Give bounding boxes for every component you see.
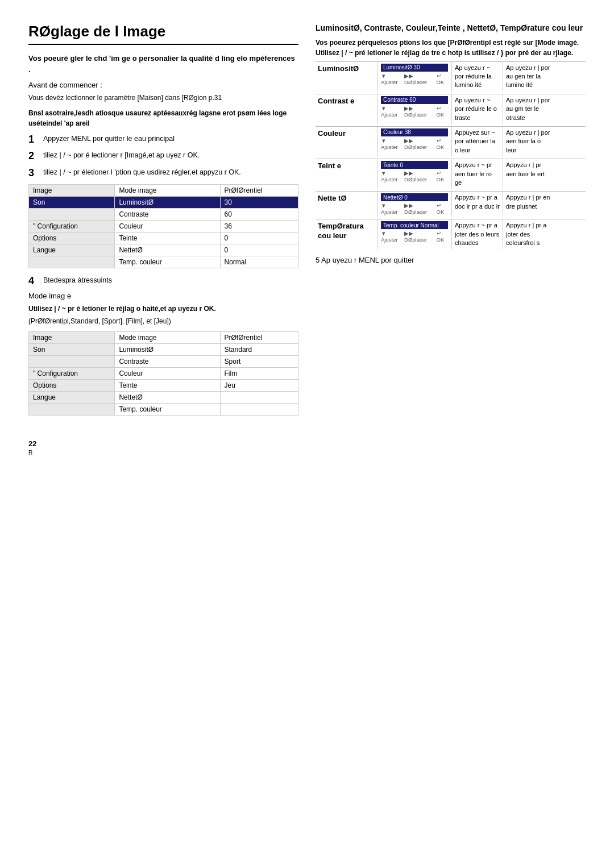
before-start: Avant de commencer :: [28, 81, 298, 89]
setting-desc-left-3: Appyzu r ~ pr aen tuer le ro ge: [452, 159, 503, 189]
setting-desc-left-2: Appuyez sur ~ por atténuer la o leur: [452, 127, 503, 156]
setting-slider-4: NettetØ 0▼ Ajuster▶▶ DØplacer↵ OK: [378, 192, 452, 217]
step4-section: 4 Btedespra àtressuints Mode imag e Util…: [28, 275, 298, 327]
setting-desc-right-0: Ap uyezu r | por au gen ter la lumino it…: [503, 62, 554, 92]
body2: Bnsl asotraire,lesdh atiosque usaurez ap…: [28, 108, 298, 129]
body1: Vous devéz lectionner le paramètre [Mais…: [28, 93, 298, 103]
main-content: RØglage de l Image Vos poeuré gler le ch…: [28, 23, 586, 422]
setting-desc-right-3: Appyzu r | pr aen tuer le ert: [503, 159, 554, 189]
bold-instruction: Utilisez | / ~ pr é letioner le réjlag o…: [28, 304, 298, 314]
setting-desc-left-1: Ap uyezu r ~ por réduire le o traste: [452, 94, 503, 124]
step2: 2 tiliez | / ~ por é lectioner r [Imagé,…: [28, 150, 298, 163]
setting-block-3: Teint eTeinte 0▼ Ajuster▶▶ DØplacer↵ OKA…: [316, 159, 586, 189]
setting-name-1: Contrast e: [316, 94, 378, 124]
setting-desc-left-0: Ap uyezu r ~ por réduire la lumino ité: [452, 62, 503, 92]
step4: 4 Btedespra àtressuints: [28, 275, 298, 288]
menu-table-2: ImageMode imagePrØfØrentielSonLuminositØ…: [28, 331, 298, 416]
setting-block-2: CouleurCouleur 38▼ Ajuster▶▶ DØplacer↵ O…: [316, 126, 586, 156]
setting-slider-0: LuminositØ 30▼ Ajuster▶▶ DØplacer↵ OK: [378, 62, 452, 92]
settings-container: LuminositØLuminositØ 30▼ Ajuster▶▶ DØpla…: [316, 61, 586, 250]
setting-block-5: TempØratura cou leurTemp. couleur Normal…: [316, 219, 586, 249]
setting-desc-right-2: Ap uyezu r | por aen tuer la o leur: [503, 127, 554, 156]
setting-name-5: TempØratura cou leur: [316, 219, 378, 249]
mode-image-label: Mode imag e: [28, 292, 298, 300]
page-title: RØglage de l Image: [28, 23, 298, 45]
page-number: 22 R: [28, 439, 586, 456]
menu-table-1: ImageMode imagePrØfØrentielSonLuminositØ…: [28, 184, 298, 268]
setting-name-3: Teint e: [316, 159, 378, 189]
setting-block-4: Nette tØNettetØ 0▼ Ajuster▶▶ DØplacer↵ O…: [316, 191, 586, 217]
setting-name-0: LuminositØ: [316, 62, 378, 92]
right-intro: Vos poeurez pérquelesos ptions los que […: [316, 38, 586, 58]
setting-desc-right-4: Appyzu r | pr en dre plusnet: [503, 192, 554, 217]
intro-bold: Vos poeuré gler le chd 'im ge o personal…: [28, 53, 298, 75]
setting-desc-right-5: Appyzu r | pr a joter des coleursfroi s: [503, 219, 554, 249]
setting-name-2: Couleur: [316, 127, 378, 156]
step5: 5 Ap uyezu r MENL por quitter: [316, 256, 586, 264]
right-column: LuminositØ, Contraste, Couleur,Teinte , …: [316, 23, 586, 422]
setting-desc-left-4: Appyzu r ~ pr a doc ir pr a duc ir: [452, 192, 503, 217]
step3: 3 tiliez | / ~ pr életioner l 'ption que…: [28, 167, 298, 180]
setting-slider-1: Contraste 60▼ Ajuster▶▶ DØplacer↵ OK: [378, 94, 452, 124]
step4-header: Btedespra àtressuints: [43, 275, 298, 286]
right-title: LuminositØ, Contraste, Couleur,Teinte , …: [316, 23, 586, 34]
setting-desc-left-5: Appyzu r ~ pr a joter des o leurs chaude…: [452, 219, 503, 249]
sub-instruction: (PrØfØrentipl,Standard, [Sport], [Film],…: [28, 316, 298, 327]
setting-block-1: Contrast eContraste 60▼ Ajuster▶▶ DØplac…: [316, 94, 586, 124]
setting-desc-right-1: Ap uyezu r | por au gm ter le otraste: [503, 94, 554, 124]
setting-slider-3: Teinte 0▼ Ajuster▶▶ DØplacer↵ OK: [378, 159, 452, 189]
step1: 1 Appyzer MENL por quitter le eau princi…: [28, 134, 298, 146]
setting-name-4: Nette tØ: [316, 192, 378, 217]
left-column: RØglage de l Image Vos poeuré gler le ch…: [28, 23, 298, 422]
setting-block-0: LuminositØLuminositØ 30▼ Ajuster▶▶ DØpla…: [316, 61, 586, 92]
setting-slider-5: Temp. couleur Normal▼ Ajuster▶▶ DØplacer…: [378, 219, 452, 249]
page-container: RØglage de l Image Vos poeuré gler le ch…: [28, 23, 586, 456]
setting-slider-2: Couleur 38▼ Ajuster▶▶ DØplacer↵ OK: [378, 127, 452, 156]
